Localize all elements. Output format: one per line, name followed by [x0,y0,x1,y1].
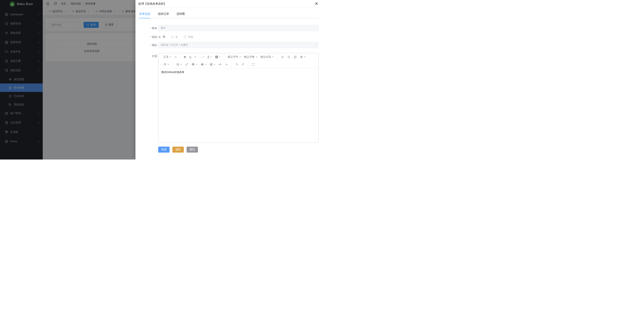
drawer-header: 处理【在线表单流程】 ✕ [136,0,322,8]
process-drawer: 处理【在线表单流程】 ✕ 表单信息 流转记录 流程图 姓名 测试 性别 男 女 [136,0,322,160]
line-height-dropdown[interactable]: 默认行高 [259,53,275,61]
ordered-list-icon[interactable]: 123 [286,53,292,61]
justify-dropdown[interactable] [298,53,307,61]
gender-label: 性别 [139,34,157,40]
agree-button[interactable]: 同意 [158,147,170,153]
caret-down-icon [214,64,215,66]
divider-hr-icon[interactable] [223,61,230,68]
form-row-intro: 介绍 正文 “ B U I [139,53,319,143]
bold-button[interactable]: B [182,53,188,61]
bullet-list-icon[interactable] [279,53,286,61]
more-styles-dropdown[interactable]: ··· [197,53,206,61]
caret-down-icon [196,64,198,66]
delegate-button[interactable]: 委托 [186,147,198,153]
app-root: Maku Boot Dashboard 权限管理 系统设置 应用管理 [0,0,322,160]
font-size-dropdown[interactable]: 默认字号 [226,53,242,61]
rich-text-editor: 正文 “ B U I ··· A A [158,53,319,143]
reject-button[interactable]: 驳回 [172,147,184,153]
radio-dot-icon [171,36,174,39]
caret-down-icon [272,57,274,58]
editor-toolbar-row2: </> [158,61,318,68]
tab-form-info[interactable]: 表单信息 [139,10,150,18]
task-list-icon[interactable] [292,53,298,61]
indent-dropdown[interactable] [162,61,171,68]
address-cascader: 湖南省 / 长沙市 / 岳麓区 [158,42,319,48]
close-icon[interactable]: ✕ [315,2,318,6]
radio-male[interactable]: 男 [158,35,165,39]
editor-toolbar-row1: 正文 “ B U I ··· A A [158,53,318,61]
drawer-body: 表单信息 流转记录 流程图 姓名 测试 性别 男 女 未知 [136,10,322,153]
radio-dot-icon [184,36,186,39]
redo-icon[interactable] [240,61,246,68]
tab-flow-diagram[interactable]: 流程图 [176,10,185,18]
svg-text:3: 3 [288,57,288,58]
code-block-button[interactable]: </> [217,61,223,68]
caret-down-icon [304,57,306,58]
form-row-address: 地址 湖南省 / 长沙市 / 岳麓区 [139,42,319,48]
bg-color-dropdown[interactable]: A [214,53,222,61]
fullscreen-icon[interactable] [250,61,256,68]
gender-radio-group: 男 女 未知 [158,34,319,40]
caret-down-icon [256,57,257,58]
italic-button[interactable]: I [193,53,197,61]
name-label: 姓名 [139,25,157,31]
drawer-title: 处理【在线表单流程】 [138,2,315,6]
video-dropdown[interactable] [199,61,208,68]
chevron-down-icon [314,44,316,46]
name-field: 测试 [158,25,319,31]
undo-icon[interactable] [234,61,240,68]
editor-content[interactable]: 测试Online在线表单 [158,68,318,143]
caret-down-icon [170,57,171,58]
drawer-tabs: 表单信息 流转记录 流程图 [139,10,319,18]
emoji-dropdown[interactable] [174,61,184,68]
caret-down-icon [180,64,182,66]
caret-down-icon [205,64,206,66]
image-dropdown[interactable] [190,61,199,68]
radio-unknown[interactable]: 未知 [184,35,193,39]
caret-down-icon [219,57,220,58]
radio-dot-icon [158,36,161,39]
link-icon[interactable] [184,61,190,68]
form-row-gender: 性别 男 女 未知 [139,34,319,40]
process-form: 姓名 测试 性别 男 女 未知 地址 湖南省 / 长沙市 / 岳麓区 [139,25,319,153]
radio-female[interactable]: 女 [171,35,178,39]
caret-down-icon [168,64,169,66]
font-color-dropdown[interactable]: A [206,53,214,61]
intro-label: 介绍 [139,53,157,143]
form-row-name: 姓名 测试 [139,25,319,31]
paragraph-style-select[interactable]: 正文 [162,53,173,61]
drawer-actions: 同意 驳回 委托 [158,147,319,153]
tab-flow-records[interactable]: 流转记录 [158,10,169,18]
address-label: 地址 [139,42,157,48]
caret-down-icon [239,57,241,58]
caret-down-icon [202,57,204,58]
caret-down-icon [210,57,212,58]
font-family-dropdown[interactable]: 默认字体 [242,53,259,61]
underline-button[interactable]: U [188,53,193,61]
table-dropdown[interactable] [208,61,217,68]
